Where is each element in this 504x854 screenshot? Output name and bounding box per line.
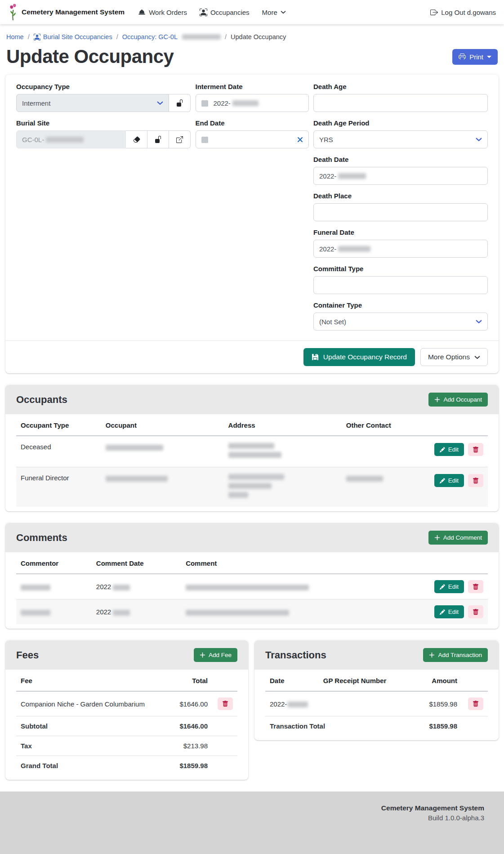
pencil-icon bbox=[440, 478, 445, 483]
burial-site-erase-button[interactable] bbox=[126, 130, 147, 148]
death-age-period-label: Death Age Period bbox=[313, 119, 488, 127]
edit-comment-button[interactable]: Edit bbox=[434, 605, 464, 618]
edit-label: Edit bbox=[448, 583, 459, 590]
edit-occupant-button[interactable]: Edit bbox=[434, 443, 464, 456]
field-death-age: Death Age bbox=[313, 83, 488, 112]
add-occupant-button[interactable]: Add Occupant bbox=[428, 393, 488, 407]
nav-more-label: More bbox=[262, 9, 277, 16]
redacted-text bbox=[113, 610, 130, 616]
nav-work-orders[interactable]: Work Orders bbox=[138, 9, 187, 16]
redacted-text bbox=[228, 492, 248, 498]
redacted-text bbox=[346, 476, 383, 482]
container-type-value: (Not Set) bbox=[319, 318, 476, 326]
death-date-value: 2022- bbox=[319, 172, 336, 180]
tax-label: Tax bbox=[16, 736, 169, 756]
delete-occupant-button[interactable] bbox=[468, 443, 483, 456]
redacted-text bbox=[106, 445, 163, 451]
breadcrumb-current: Update Occupancy bbox=[231, 33, 286, 40]
clear-x-icon[interactable] bbox=[297, 137, 303, 143]
funeral-date-value: 2022- bbox=[319, 245, 336, 253]
breadcrumb-burial-site-occupancies[interactable]: Burial Site Occupancies bbox=[34, 33, 112, 40]
chevron-down-icon bbox=[476, 318, 482, 325]
column-header: Address bbox=[224, 415, 342, 436]
subtotal-value: $1646.00 bbox=[169, 716, 212, 736]
occupancy-type-lock-button[interactable] bbox=[169, 94, 191, 112]
burial-site-lock-button[interactable] bbox=[147, 130, 169, 148]
table-row: Funeral Director Edit bbox=[16, 467, 488, 507]
person-bounding-box-icon bbox=[200, 9, 207, 16]
calendar-icon bbox=[201, 136, 208, 143]
delete-transaction-button[interactable] bbox=[468, 698, 483, 710]
column-header: Comment Date bbox=[92, 553, 181, 574]
pencil-icon bbox=[440, 584, 445, 590]
redacted-text bbox=[182, 34, 221, 40]
tulip-logo-icon bbox=[8, 4, 18, 21]
table-row: 2022 Edit bbox=[16, 599, 488, 625]
occupancy-type-label: Occupancy Type bbox=[16, 83, 191, 90]
death-age-period-select[interactable]: YRS bbox=[313, 130, 488, 148]
breadcrumb-occupancy[interactable]: Occupancy: GC-0L bbox=[122, 33, 221, 40]
trash-icon bbox=[473, 447, 479, 453]
more-options-button[interactable]: More Options bbox=[420, 348, 488, 366]
end-date-input[interactable] bbox=[196, 130, 309, 148]
delete-comment-button[interactable] bbox=[468, 605, 483, 618]
calendar-icon bbox=[201, 100, 208, 107]
field-death-date: Death Date 2022- bbox=[313, 156, 488, 185]
navbar: Cemetery Management System Work Orders O… bbox=[0, 0, 504, 24]
container-type-select[interactable]: (Not Set) bbox=[313, 313, 488, 331]
delete-occupant-button[interactable] bbox=[468, 474, 483, 487]
occupants-card: Occupants Add Occupant Occupant Type Occ… bbox=[5, 385, 499, 511]
logout-button[interactable]: Log Out d.gowans bbox=[430, 9, 496, 16]
column-header: Amount bbox=[417, 671, 462, 691]
add-fee-button[interactable]: Add Fee bbox=[194, 648, 237, 662]
print-button[interactable]: Print bbox=[452, 49, 498, 65]
field-container-type: Container Type (Not Set) bbox=[313, 301, 488, 331]
trash-icon bbox=[473, 701, 479, 707]
redacted-text bbox=[228, 452, 281, 458]
breadcrumb-separator: / bbox=[28, 33, 30, 40]
funeral-date-input[interactable]: 2022- bbox=[313, 240, 488, 258]
column-header: GP Receipt Number bbox=[319, 671, 417, 691]
table-row: 2022- $1859.98 bbox=[265, 691, 488, 716]
occupant-type-cell: Funeral Director bbox=[16, 467, 101, 507]
edit-occupant-button[interactable]: Edit bbox=[434, 474, 464, 487]
death-date-input[interactable]: 2022- bbox=[313, 167, 488, 185]
occupancy-type-select[interactable]: Interment bbox=[16, 94, 169, 112]
delete-comment-button[interactable] bbox=[468, 580, 483, 593]
death-place-label: Death Place bbox=[313, 192, 488, 200]
app-brand[interactable]: Cemetery Management System bbox=[8, 4, 125, 21]
burial-site-open-button[interactable] bbox=[169, 130, 191, 148]
add-comment-label: Add Comment bbox=[443, 534, 482, 541]
death-place-input[interactable] bbox=[313, 203, 488, 221]
plus-icon bbox=[429, 652, 435, 658]
pencil-icon bbox=[440, 609, 445, 615]
field-occupancy-type: Occupancy Type Interment bbox=[16, 83, 191, 112]
redacted-text bbox=[46, 137, 84, 143]
breadcrumb-home[interactable]: Home bbox=[6, 33, 24, 40]
update-occupancy-record-label: Update Occupancy Record bbox=[323, 353, 407, 361]
death-age-input[interactable] bbox=[313, 94, 488, 112]
edit-comment-button[interactable]: Edit bbox=[434, 580, 464, 593]
transaction-date-cell: 2022- bbox=[270, 700, 287, 708]
interment-date-input[interactable]: 2022- bbox=[196, 94, 309, 112]
committal-type-input[interactable] bbox=[313, 276, 488, 294]
caret-down-icon bbox=[487, 56, 491, 58]
edit-label: Edit bbox=[448, 608, 459, 615]
chevron-down-icon bbox=[157, 100, 163, 106]
box-arrow-right-icon bbox=[430, 9, 438, 16]
table-row: Companion Niche - Garden Columbarium $16… bbox=[16, 691, 237, 716]
fees-title: Fees bbox=[16, 649, 39, 661]
add-transaction-button[interactable]: Add Transaction bbox=[423, 648, 488, 662]
update-occupancy-record-button[interactable]: Update Occupancy Record bbox=[303, 348, 415, 366]
chevron-down-icon bbox=[281, 9, 286, 15]
delete-fee-button[interactable] bbox=[218, 698, 233, 710]
edit-label: Edit bbox=[448, 477, 459, 484]
burial-site-input[interactable]: GC-0L- bbox=[16, 130, 126, 148]
nav-more[interactable]: More bbox=[262, 9, 286, 16]
death-age-period-value: YRS bbox=[319, 136, 476, 143]
nav-occupancies[interactable]: Occupancies bbox=[200, 9, 250, 16]
fee-name-cell: Companion Niche - Garden Columbarium bbox=[16, 691, 169, 716]
add-comment-button[interactable]: Add Comment bbox=[428, 531, 488, 545]
field-committal-type: Committal Type bbox=[313, 265, 488, 294]
comment-date-cell: 2022 bbox=[96, 583, 111, 590]
